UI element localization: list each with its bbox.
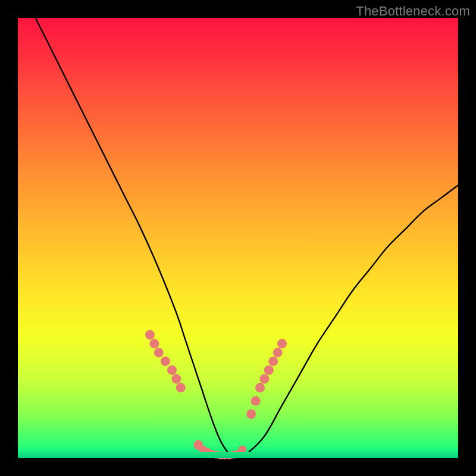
highlight-dot (268, 356, 278, 366)
highlight-dot (167, 365, 177, 375)
chart-stage: TheBottleneck.com (0, 0, 476, 476)
highlight-dot (212, 451, 220, 459)
highlight-dot (239, 446, 246, 453)
highlight-dot (255, 383, 265, 393)
highlight-dot (226, 452, 233, 459)
highlight-dot (154, 347, 164, 357)
highlight-dot (273, 347, 283, 357)
highlight-dot (161, 356, 170, 366)
highlight-dot (176, 383, 186, 393)
curve-layer (18, 18, 458, 458)
highlight-dot (171, 374, 181, 384)
highlight-dot (251, 396, 261, 406)
highlight-markers (145, 330, 287, 459)
highlight-dot (230, 451, 237, 459)
highlight-dot (259, 374, 269, 384)
watermark-text: TheBottleneck.com (356, 4, 470, 19)
highlight-dot (264, 365, 274, 375)
highlight-dot (246, 409, 256, 419)
bottleneck-curve (36, 18, 458, 458)
plot-area (18, 18, 458, 458)
highlight-dot (208, 450, 215, 458)
highlight-dot (145, 330, 155, 340)
highlight-dot (277, 339, 287, 349)
highlight-dot (149, 339, 159, 349)
